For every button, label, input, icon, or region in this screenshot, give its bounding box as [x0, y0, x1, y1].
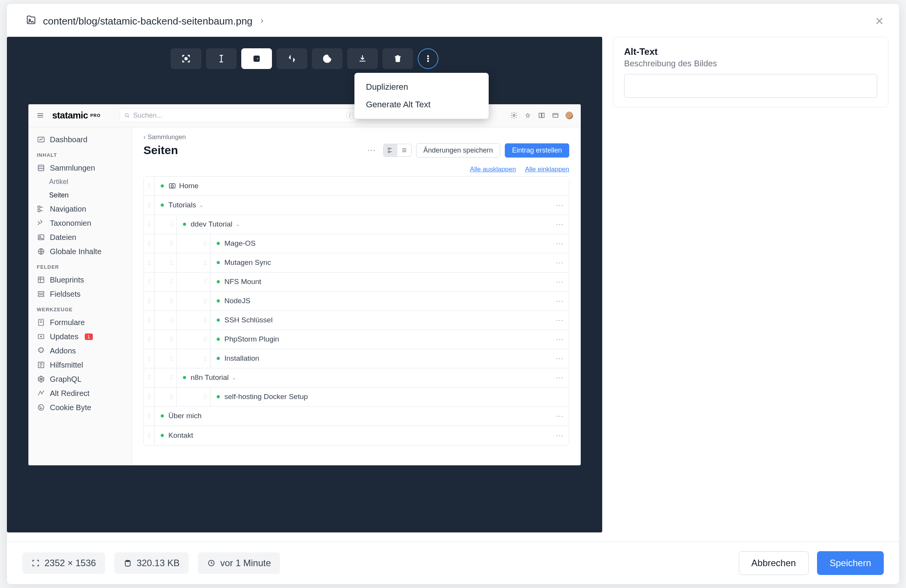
- svg-point-163: [150, 341, 150, 342]
- svg-point-54: [148, 207, 149, 207]
- svg-point-175: [206, 341, 206, 342]
- svg-rect-27: [38, 295, 44, 297]
- svg-point-170: [204, 337, 205, 338]
- svg-point-87: [150, 260, 150, 261]
- svg-point-102: [204, 264, 205, 265]
- tree-row: self-hosting Docker Setup: [144, 388, 569, 407]
- svg-point-91: [150, 264, 150, 265]
- svg-point-151: [172, 322, 173, 322]
- tree-row: NFS Mount⋯: [144, 273, 569, 292]
- svg-point-221: [206, 396, 206, 397]
- ss-topbar: statamicPRO Suchen... /: [28, 104, 581, 127]
- svg-point-111: [172, 279, 173, 280]
- svg-point-93: [172, 260, 173, 261]
- svg-point-180: [148, 360, 149, 361]
- cancel-button[interactable]: Abbrechen: [739, 551, 809, 575]
- asset-editor-modal: content/blog/statamic-backend-seitenbaum…: [7, 4, 899, 584]
- svg-point-186: [170, 360, 171, 361]
- svg-point-1: [185, 57, 188, 60]
- save-button[interactable]: Speichern: [817, 551, 884, 575]
- svg-point-97: [172, 264, 173, 265]
- svg-point-217: [172, 398, 173, 399]
- nav-taxonomien: Taxonomien: [28, 216, 132, 230]
- svg-point-201: [172, 375, 173, 376]
- svg-point-86: [148, 260, 149, 261]
- svg-point-67: [172, 226, 173, 227]
- move-button[interactable]: [241, 48, 272, 69]
- svg-point-5: [427, 56, 429, 57]
- svg-point-129: [172, 299, 173, 299]
- tree-row: Home: [144, 177, 569, 196]
- delete-button[interactable]: [382, 48, 413, 69]
- hamburger-icon: [36, 111, 44, 120]
- svg-point-94: [170, 262, 171, 263]
- svg-point-200: [170, 375, 171, 376]
- dropdown-item-duplicate[interactable]: Duplizieren: [354, 78, 489, 96]
- svg-point-236: [125, 560, 130, 562]
- list-view-icon: [397, 144, 411, 156]
- nav-cookiebyte: Cookie Byte: [28, 401, 132, 415]
- nav-formulare: Formulare: [28, 315, 132, 330]
- chevron-right-icon: [259, 18, 265, 25]
- svg-point-34: [38, 405, 44, 411]
- slash-shortcut: /: [346, 112, 353, 119]
- rename-button[interactable]: [206, 48, 237, 69]
- stat-filesize: 320.13 KB: [114, 552, 189, 574]
- tree-row: Mage-OS⋯: [144, 234, 569, 253]
- svg-point-208: [148, 396, 149, 397]
- tree-row: Tutorials⌄⋯: [144, 196, 569, 215]
- svg-point-52: [148, 205, 149, 205]
- replace-button[interactable]: [277, 48, 307, 69]
- clock-icon: [207, 559, 216, 567]
- svg-rect-17: [38, 165, 44, 171]
- avatar: [565, 112, 573, 119]
- ss-search-input: Suchen... /: [120, 108, 357, 122]
- svg-point-47: [148, 187, 149, 188]
- focal-point-button[interactable]: [171, 48, 201, 69]
- svg-point-105: [150, 279, 150, 280]
- svg-point-43: [148, 184, 149, 184]
- svg-point-74: [170, 241, 171, 242]
- close-button[interactable]: ✕: [875, 15, 884, 28]
- svg-point-127: [150, 302, 150, 303]
- svg-point-174: [204, 341, 205, 342]
- svg-point-182: [170, 356, 171, 357]
- nav-group-inhalt: INHALT: [28, 147, 132, 161]
- svg-point-58: [148, 224, 149, 225]
- breadcrumb-path[interactable]: content/blog/statamic-backend-seitenbaum…: [43, 15, 252, 27]
- svg-point-138: [204, 302, 205, 303]
- svg-point-136: [204, 301, 205, 301]
- svg-point-183: [172, 356, 173, 357]
- svg-point-134: [204, 299, 205, 299]
- more-actions-button[interactable]: [418, 48, 438, 69]
- nav-addons: Addons: [28, 344, 132, 358]
- svg-point-135: [206, 299, 206, 299]
- nav-sammlungen: Sammlungen: [28, 161, 132, 175]
- nav-dateien: Dateien: [28, 230, 132, 245]
- modal-footer: 2352 × 1536 320.13 KB vor 1 Minute Abbre…: [7, 542, 899, 584]
- svg-point-228: [148, 417, 149, 418]
- svg-point-206: [148, 394, 149, 395]
- svg-point-114: [170, 283, 171, 284]
- svg-point-197: [150, 377, 150, 378]
- dropdown-item-generate-alt[interactable]: Generate Alt Text: [354, 96, 489, 113]
- svg-point-115: [172, 283, 173, 284]
- svg-point-69: [150, 241, 150, 242]
- svg-point-227: [150, 416, 150, 416]
- svg-point-79: [172, 245, 173, 246]
- ss-main: ‹ Sammlungen Seiten ⋯ Änderungen speiche…: [132, 127, 581, 465]
- svg-point-63: [172, 222, 173, 223]
- dimensions-icon: [31, 559, 40, 567]
- svg-rect-20: [38, 206, 40, 209]
- nav-globale: Globale Inhalte: [28, 245, 132, 259]
- filesize-icon: [124, 559, 132, 567]
- reupload-button[interactable]: [312, 48, 343, 69]
- svg-point-59: [150, 224, 150, 225]
- svg-point-226: [148, 416, 149, 416]
- side-panel: Alt-Text Beschreibung des Bildes: [613, 37, 888, 532]
- alt-text-input[interactable]: [624, 74, 877, 98]
- svg-point-203: [172, 377, 173, 378]
- download-button[interactable]: [347, 48, 378, 69]
- alt-text-help: Beschreibung des Bildes: [624, 59, 877, 69]
- tree-row: Mutagen Sync⋯: [144, 253, 569, 273]
